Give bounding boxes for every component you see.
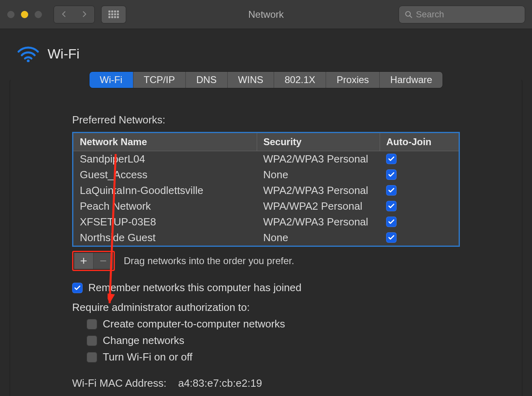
admin-opt-checkbox[interactable] xyxy=(87,319,97,329)
add-network-button[interactable]: + xyxy=(74,253,94,269)
wifi-icon xyxy=(17,45,39,62)
search-input[interactable] xyxy=(416,9,519,20)
minimize-dot[interactable] xyxy=(21,11,28,18)
network-security: WPA/WPA2 Personal xyxy=(257,198,380,214)
auto-join-checkbox[interactable] xyxy=(386,169,397,180)
admin-opt-row[interactable]: Change networks xyxy=(87,334,460,347)
check-icon xyxy=(74,284,81,292)
network-row[interactable]: XFSETUP-03E8WPA2/WPA3 Personal xyxy=(73,214,459,230)
network-name: LaQuintaInn-Goodlettsville xyxy=(73,183,257,198)
auto-join-checkbox[interactable] xyxy=(386,201,397,211)
pane-title: Wi-Fi xyxy=(48,46,79,62)
auto-join-checkbox[interactable] xyxy=(386,217,397,227)
zoom-dot[interactable] xyxy=(35,11,42,18)
remember-networks-checkbox[interactable] xyxy=(72,283,83,293)
network-row[interactable]: Peach NetworkWPA/WPA2 Personal xyxy=(73,198,459,214)
admin-opt-label: Create computer-to-computer networks xyxy=(103,318,285,330)
network-name: SandpiperL04 xyxy=(73,151,257,167)
remember-networks-row[interactable]: Remember networks this computer has join… xyxy=(72,281,460,294)
network-security: None xyxy=(257,230,380,246)
titlebar: Network xyxy=(0,0,532,29)
back-button[interactable] xyxy=(54,6,74,23)
admin-opt-label: Turn Wi-Fi on or off xyxy=(103,351,193,363)
auto-join-checkbox[interactable] xyxy=(386,232,397,243)
wifi-mac-value: a4:83:e7:cb:e2:19 xyxy=(178,377,262,389)
network-name: Peach Network xyxy=(73,198,257,214)
content: Wi-Fi Wi-FiTCP/IPDNSWINS802.1XProxiesHar… xyxy=(0,29,532,396)
drag-hint: Drag networks into the order you prefer. xyxy=(124,255,294,267)
search-field[interactable] xyxy=(399,6,525,23)
network-security: None xyxy=(257,167,380,183)
admin-opt-row[interactable]: Turn Wi-Fi on or off xyxy=(87,351,460,363)
nav-back-forward xyxy=(54,6,94,23)
remove-network-button[interactable]: − xyxy=(94,253,113,269)
col-security[interactable]: Security xyxy=(257,133,380,151)
show-all-button[interactable] xyxy=(102,6,126,23)
svg-line-1 xyxy=(410,15,412,17)
admin-opt-row[interactable]: Create computer-to-computer networks xyxy=(87,318,460,330)
network-name: Northside Guest xyxy=(73,230,257,246)
chevron-left-icon xyxy=(60,10,68,18)
admin-opt-checkbox[interactable] xyxy=(87,352,97,363)
preferred-networks-table[interactable]: Network Name Security Auto-Join Sandpipe… xyxy=(72,132,460,247)
remember-networks-label: Remember networks this computer has join… xyxy=(88,281,301,294)
admin-opt-checkbox[interactable] xyxy=(87,336,97,346)
auto-join-checkbox[interactable] xyxy=(386,154,397,164)
close-dot[interactable] xyxy=(7,11,15,18)
auto-join-checkbox[interactable] xyxy=(386,185,397,196)
search-icon xyxy=(405,10,413,19)
grid-icon xyxy=(108,10,119,18)
add-remove-group: + − xyxy=(72,251,115,271)
admin-opt-label: Change networks xyxy=(103,334,184,347)
network-row[interactable]: Northside GuestNone xyxy=(73,230,459,246)
wifi-mac-label: Wi-Fi MAC Address: xyxy=(72,377,166,389)
chevron-right-icon xyxy=(81,10,88,18)
network-security: WPA2/WPA3 Personal xyxy=(257,183,380,198)
require-admin-label: Require administrator authorization to: xyxy=(72,301,460,314)
col-auto-join[interactable]: Auto-Join xyxy=(380,133,459,151)
network-row[interactable]: Guest_AccessNone xyxy=(73,167,459,183)
pane-header: Wi-Fi xyxy=(17,45,522,62)
col-network-name[interactable]: Network Name xyxy=(73,133,257,151)
svg-point-2 xyxy=(27,60,30,63)
preferred-networks-label: Preferred Networks: xyxy=(72,114,460,126)
network-row[interactable]: LaQuintaInn-GoodlettsvilleWPA2/WPA3 Pers… xyxy=(73,183,459,198)
network-security: WPA2/WPA3 Personal xyxy=(257,151,380,167)
wifi-mac-row: Wi-Fi MAC Address: a4:83:e7:cb:e2:19 xyxy=(72,377,460,390)
wifi-panel: Preferred Networks: Network Name Securit… xyxy=(10,80,522,396)
network-name: Guest_Access xyxy=(73,167,257,183)
forward-button[interactable] xyxy=(74,6,94,23)
network-security: WPA2/WPA3 Personal xyxy=(257,214,380,230)
network-name: XFSETUP-03E8 xyxy=(73,214,257,230)
network-row[interactable]: SandpiperL04WPA2/WPA3 Personal xyxy=(73,151,459,167)
window-controls xyxy=(7,11,42,18)
